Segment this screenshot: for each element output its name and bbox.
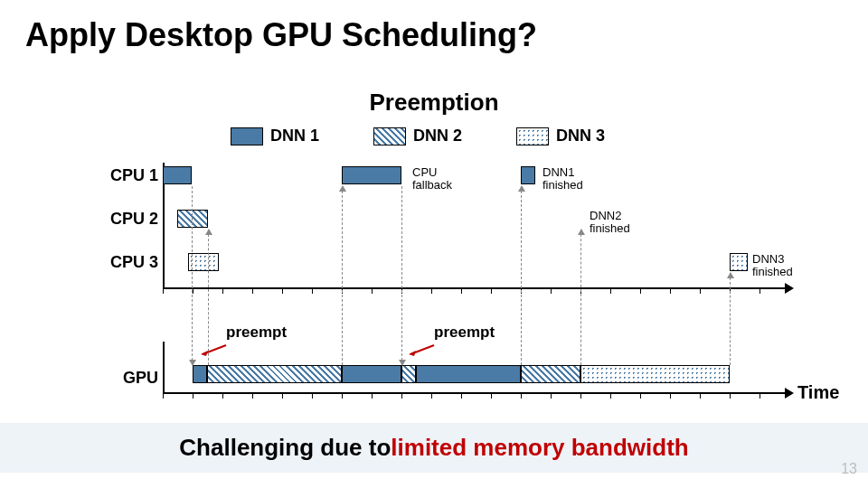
tick — [282, 287, 283, 294]
tick — [252, 287, 253, 294]
tick — [282, 392, 283, 399]
row-label-cpu2: CPU 2 — [110, 210, 158, 229]
bar-cpu3-dnn3-b — [730, 253, 748, 271]
tick — [431, 287, 432, 294]
tick — [491, 287, 492, 294]
tick — [551, 287, 552, 294]
tick — [640, 287, 641, 294]
tick — [551, 392, 552, 399]
tick — [491, 392, 492, 399]
tick — [163, 287, 164, 294]
swatch-dnn1 — [231, 127, 263, 145]
legend-label-dnn2: DNN 2 — [413, 127, 462, 145]
row-label-cpu3: CPU 3 — [110, 253, 158, 272]
annot-preempt-2: preempt — [434, 324, 495, 342]
tick — [670, 287, 671, 294]
tick — [372, 287, 373, 294]
vdash-4 — [401, 186, 402, 365]
vdash-3 — [342, 186, 343, 365]
ticks-top — [163, 287, 760, 295]
caption-bar: Challenging due to limited memory bandwi… — [0, 423, 868, 473]
axis-y-bottom — [163, 342, 165, 392]
bar-cpu1-dnn1-a — [163, 166, 192, 184]
tick — [193, 392, 193, 399]
bar-gpu-dnn1-c — [416, 365, 521, 383]
bar-gpu-dnn3 — [580, 365, 730, 383]
legend-label-dnn3: DNN 3 — [556, 127, 605, 145]
chart-subtitle: Preemption — [0, 89, 868, 117]
annot-dnn2-finished: DNN2 finished — [590, 210, 630, 234]
tick — [580, 392, 581, 399]
legend-label-dnn1: DNN 1 — [270, 127, 319, 145]
tick — [640, 392, 641, 399]
bar-gpu-dnn2-c — [521, 365, 580, 383]
row-label-cpu1: CPU 1 — [110, 166, 158, 185]
tick — [252, 392, 253, 399]
tick — [521, 392, 522, 399]
tick — [700, 392, 701, 399]
bar-gpu-dnn1-b — [342, 365, 401, 383]
swatch-dnn2 — [373, 127, 406, 145]
bar-gpu-dnn1-a — [193, 365, 207, 383]
tick — [461, 287, 462, 294]
annot-dnn3-finished: DNN3 finished — [752, 253, 793, 277]
page-title: Apply Desktop GPU Scheduling? — [25, 16, 537, 54]
page-number: 13 — [841, 461, 857, 477]
bar-cpu1-dnn1-b — [342, 166, 401, 184]
caption-lead: Challenging due to — [179, 434, 391, 462]
tick — [372, 392, 373, 399]
tick — [760, 392, 760, 399]
caption-emph: limited memory bandwidth — [391, 434, 688, 462]
bar-cpu1-dnn1-c — [521, 166, 535, 184]
legend: DNN 1 DNN 2 DNN 3 — [231, 127, 605, 145]
tick — [670, 392, 671, 399]
time-axis-label: Time — [797, 382, 839, 403]
legend-item-dnn1: DNN 1 — [231, 127, 319, 145]
legend-item-dnn3: DNN 3 — [516, 127, 605, 145]
tick — [760, 287, 760, 294]
annot-cpu-fallback: CPU fallback — [412, 166, 452, 191]
arrow-icon — [785, 388, 794, 399]
tick — [193, 287, 193, 294]
chart-area: CPU 1 CPU 2 CPU 3 GPU Time CPU fallback … — [90, 163, 796, 416]
preempt-arrow-1-icon — [201, 342, 226, 351]
vdash-7 — [730, 273, 731, 365]
arrow-icon — [785, 283, 794, 294]
bar-cpu2-dnn2 — [177, 210, 208, 228]
tick — [312, 392, 313, 399]
tick — [610, 392, 611, 399]
preempt-arrow-2-icon — [409, 342, 434, 351]
bar-cpu3-dnn3-a — [188, 253, 219, 271]
legend-item-dnn2: DNN 2 — [373, 127, 462, 145]
tick — [163, 392, 164, 399]
vdash-1 — [192, 186, 193, 365]
bar-gpu-dnn2-a — [207, 365, 342, 383]
vdash-6 — [580, 230, 581, 365]
tick — [401, 392, 402, 399]
tick — [342, 392, 343, 399]
annot-dnn1-finished: DNN1 finished — [542, 166, 583, 191]
tick — [222, 287, 223, 294]
tick — [730, 392, 731, 399]
tick — [312, 287, 313, 294]
tick — [700, 287, 701, 294]
tick — [461, 392, 462, 399]
tick — [431, 392, 432, 399]
tick — [610, 287, 611, 294]
ticks-bottom — [163, 392, 760, 399]
tick — [222, 392, 223, 399]
bar-gpu-dnn2-b — [401, 365, 416, 383]
row-label-gpu: GPU — [123, 369, 158, 388]
swatch-dnn3 — [516, 127, 549, 145]
vdash-5 — [521, 186, 522, 365]
annot-preempt-1: preempt — [226, 324, 287, 342]
